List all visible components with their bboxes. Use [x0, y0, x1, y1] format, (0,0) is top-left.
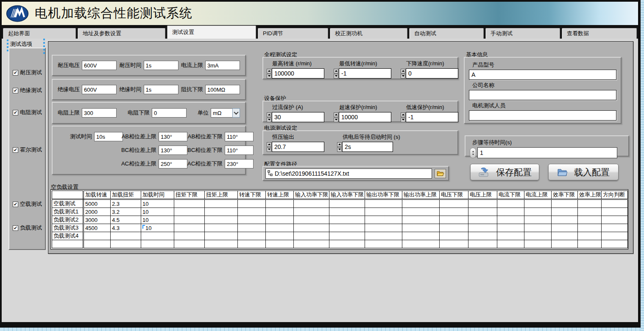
table-cell[interactable]	[497, 232, 524, 240]
test-option-5[interactable]: ✔负载测试	[13, 224, 42, 232]
table-cell[interactable]	[141, 232, 174, 240]
table-cell[interactable]	[329, 199, 365, 208]
table-cell[interactable]	[365, 216, 402, 224]
row-header[interactable]: 负载测试4	[52, 232, 84, 240]
withstand-input-1[interactable]	[144, 61, 178, 70]
table-cell[interactable]	[205, 224, 238, 232]
tab-4[interactable]: 校正测功机	[330, 28, 407, 39]
test-option-3[interactable]: ✔霍尔测试	[13, 146, 42, 154]
tab-1[interactable]: 地址及参数设置	[78, 28, 165, 39]
test-option-0[interactable]: ✔耐压测试	[13, 69, 42, 76]
table-cell[interactable]	[329, 216, 365, 224]
hall-input-2-2[interactable]	[225, 159, 254, 168]
table-cell[interactable]	[524, 224, 552, 232]
table-cell[interactable]	[205, 208, 238, 216]
table-cell[interactable]	[440, 232, 468, 240]
tab-2[interactable]: 测试设置	[167, 25, 256, 39]
resistance-input-1[interactable]	[152, 108, 187, 118]
table-cell[interactable]	[602, 216, 628, 224]
table-cell[interactable]: 4.5	[111, 216, 141, 224]
table-cell[interactable]	[602, 208, 628, 216]
withstand-input-2[interactable]	[205, 61, 240, 70]
table-cell[interactable]	[440, 208, 468, 216]
increment-button[interactable]	[267, 142, 271, 147]
table-cell[interactable]	[238, 240, 266, 248]
decrement-button[interactable]	[267, 118, 271, 122]
table-cell[interactable]	[578, 208, 602, 216]
step-wait-input[interactable]	[477, 147, 617, 158]
table-cell[interactable]: 4500	[84, 224, 111, 232]
tab-3[interactable]: PID调节	[258, 28, 328, 39]
table-cell[interactable]: 10	[141, 208, 174, 216]
table-cell[interactable]	[266, 232, 294, 240]
table-cell[interactable]	[365, 232, 402, 240]
hall-input-0-2[interactable]	[225, 132, 254, 141]
row-header[interactable]: 负载测试3	[52, 224, 84, 232]
table-cell[interactable]	[578, 232, 602, 240]
table-cell[interactable]	[497, 208, 524, 216]
table-cell[interactable]: 4.3	[111, 224, 141, 232]
table-cell[interactable]	[524, 216, 552, 224]
save-config-button[interactable]: 保存配置	[470, 164, 539, 180]
table-cell[interactable]	[266, 199, 294, 208]
table-cell[interactable]: 10	[141, 216, 174, 224]
protection-input-0[interactable]	[272, 112, 324, 122]
table-cell[interactable]	[578, 199, 602, 208]
table-cell[interactable]	[552, 224, 578, 232]
browse-button[interactable]	[435, 169, 446, 178]
decrement-button[interactable]	[334, 118, 338, 122]
table-cell[interactable]	[294, 240, 329, 248]
table-cell[interactable]	[440, 240, 468, 248]
basic-info-input-0[interactable]	[469, 70, 616, 80]
tab-0[interactable]: 起始界面	[3, 28, 76, 39]
table-cell[interactable]	[578, 216, 602, 224]
table-cell[interactable]: 10	[141, 199, 174, 208]
table-cell[interactable]	[329, 208, 365, 216]
increment-button[interactable]	[337, 142, 342, 147]
table-cell[interactable]	[578, 240, 602, 248]
decrement-button[interactable]	[401, 118, 405, 122]
row-header[interactable]	[52, 240, 84, 248]
increment-button[interactable]	[267, 112, 271, 117]
table-cell[interactable]	[497, 199, 524, 208]
table-cell[interactable]	[365, 224, 402, 232]
table-cell[interactable]	[524, 232, 552, 240]
basic-info-input-1[interactable]	[469, 90, 616, 100]
table-cell[interactable]	[238, 216, 266, 224]
tab-6[interactable]: 手动测试	[485, 28, 560, 39]
table-cell[interactable]	[524, 199, 552, 208]
table-cell[interactable]	[205, 216, 238, 224]
increment-decrement-spinner[interactable]	[267, 142, 271, 152]
table-cell[interactable]	[402, 232, 440, 240]
full_test-input-0[interactable]	[272, 68, 324, 79]
table-cell[interactable]	[205, 240, 238, 248]
test-option-4[interactable]: ✔空载测试	[13, 200, 42, 208]
table-cell[interactable]	[365, 208, 402, 216]
withstand-input-0[interactable]	[82, 61, 117, 70]
table-cell[interactable]	[578, 224, 602, 232]
table-cell[interactable]	[174, 240, 205, 248]
table-cell[interactable]	[602, 240, 628, 248]
table-cell[interactable]: 2000	[84, 208, 111, 216]
table-cell[interactable]	[468, 199, 497, 208]
table-cell[interactable]	[174, 224, 205, 232]
table-cell[interactable]	[174, 216, 205, 224]
table-cell[interactable]	[174, 208, 205, 216]
table-cell[interactable]	[174, 232, 205, 240]
row-header[interactable]: 空载测试	[52, 199, 84, 208]
row-header[interactable]: 负载测试1	[52, 208, 84, 216]
table-cell[interactable]: 10	[141, 224, 174, 232]
insulation-input-2[interactable]	[205, 85, 240, 94]
table-cell[interactable]	[84, 232, 111, 240]
basic-info-input-2[interactable]	[469, 110, 616, 121]
table-cell[interactable]	[266, 208, 294, 216]
table-cell[interactable]	[552, 232, 578, 240]
table-cell[interactable]	[468, 216, 497, 224]
insulation-input-1[interactable]	[144, 85, 178, 94]
increment-decrement-spinner[interactable]	[401, 69, 405, 79]
chevron-down-icon[interactable]	[232, 108, 240, 118]
test-option-2[interactable]: ✔电阻测试	[13, 109, 42, 116]
increment-decrement-spinner[interactable]	[267, 112, 271, 122]
table-cell[interactable]	[524, 240, 552, 248]
table-cell[interactable]	[402, 224, 440, 232]
